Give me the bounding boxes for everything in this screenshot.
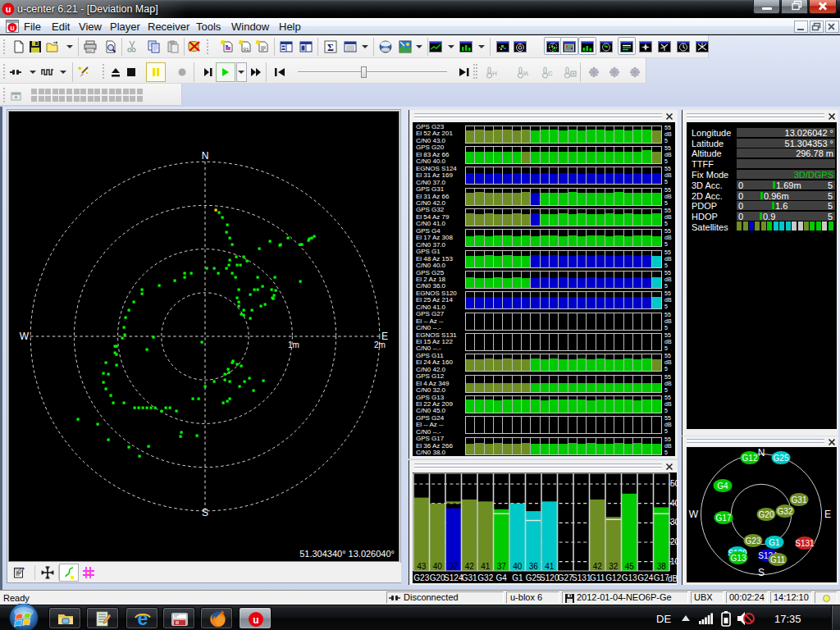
- svg-text:01: 01: [243, 47, 249, 52]
- svg-text:u: u: [10, 24, 15, 32]
- svg-text:42: 42: [593, 562, 603, 571]
- svg-text:dB: dB: [668, 574, 678, 583]
- svg-text:W: W: [20, 331, 30, 342]
- svg-text:S124: S124: [444, 573, 463, 582]
- svg-text:W: W: [689, 509, 699, 520]
- svg-text:30: 30: [670, 518, 678, 527]
- svg-text:S131: S131: [572, 573, 591, 582]
- svg-text:H: H: [492, 70, 497, 77]
- svg-text:41: 41: [545, 562, 555, 571]
- svg-text:G1: G1: [512, 573, 523, 582]
- svg-text:G17: G17: [716, 514, 732, 523]
- svg-text:37: 37: [497, 562, 507, 571]
- svg-text:e: e: [138, 610, 148, 628]
- svg-text:Σ: Σ: [327, 42, 334, 53]
- svg-text:40: 40: [670, 499, 678, 508]
- svg-text:W: W: [523, 70, 528, 77]
- svg-text:38: 38: [657, 562, 667, 571]
- svg-text:45: 45: [625, 562, 635, 571]
- svg-text:C: C: [548, 70, 553, 77]
- svg-text:40: 40: [513, 562, 523, 571]
- svg-text:G1: G1: [769, 538, 780, 547]
- svg-text:N: N: [202, 150, 209, 162]
- svg-text:E: E: [824, 509, 831, 520]
- svg-text:G4: G4: [496, 573, 508, 582]
- svg-text:G17: G17: [654, 573, 669, 582]
- svg-text:G25: G25: [774, 454, 789, 463]
- svg-text:S: S: [758, 567, 765, 578]
- svg-text:41: 41: [481, 562, 491, 571]
- svg-text:2m: 2m: [374, 340, 386, 349]
- svg-text:S: S: [202, 507, 208, 518]
- svg-text:G24: G24: [637, 573, 653, 582]
- svg-text:G12: G12: [742, 454, 758, 463]
- svg-text:u: u: [253, 614, 258, 626]
- svg-text:G32: G32: [477, 573, 493, 582]
- svg-text:G11: G11: [770, 555, 786, 564]
- svg-text:S131: S131: [795, 539, 815, 548]
- svg-text:S120: S120: [540, 573, 559, 582]
- svg-text:u: u: [6, 4, 11, 14]
- svg-text:G12: G12: [605, 573, 621, 582]
- svg-text:G20: G20: [759, 510, 774, 519]
- svg-text:G31: G31: [462, 573, 477, 582]
- svg-text:51.304340° 13.026040°: 51.304340° 13.026040°: [299, 549, 395, 559]
- svg-text:G4: G4: [717, 482, 728, 491]
- svg-text:40: 40: [433, 562, 443, 571]
- svg-text:42: 42: [465, 562, 475, 571]
- svg-text:G13: G13: [622, 573, 637, 582]
- svg-text:1m: 1m: [288, 340, 299, 349]
- svg-text:43: 43: [417, 562, 427, 571]
- svg-text:36: 36: [529, 562, 539, 571]
- svg-text:G31: G31: [792, 495, 807, 504]
- svg-text:G32: G32: [778, 507, 793, 516]
- svg-text:G23: G23: [413, 573, 429, 582]
- svg-text:G13: G13: [731, 554, 746, 563]
- svg-text:10: 10: [670, 557, 678, 566]
- svg-text:G11: G11: [590, 573, 605, 582]
- svg-text:G23: G23: [746, 536, 761, 546]
- svg-text:20: 20: [670, 537, 678, 546]
- svg-text:37: 37: [449, 562, 459, 571]
- svg-text:32: 32: [609, 562, 619, 571]
- svg-text:50: 50: [670, 479, 678, 488]
